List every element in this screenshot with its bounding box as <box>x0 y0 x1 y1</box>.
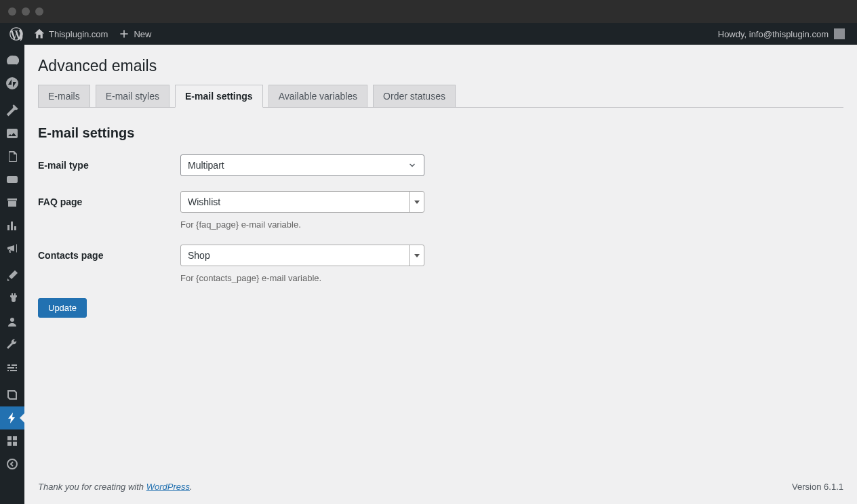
sidebar-media[interactable] <box>0 122 24 145</box>
user-icon <box>5 315 19 329</box>
content-area: Advanced emails E-mails E-mail styles E-… <box>24 45 857 504</box>
tab-email-styles[interactable]: E-mail styles <box>96 85 170 108</box>
sidebar-posts[interactable] <box>0 99 24 122</box>
sidebar-blocks[interactable] <box>0 429 24 453</box>
label-email-type: E-mail type <box>38 154 180 171</box>
sidebar-plugins[interactable] <box>0 287 24 310</box>
sidebar-pages[interactable] <box>0 145 24 168</box>
media-icon <box>5 127 19 140</box>
wordpress-icon <box>9 27 23 41</box>
sidebar-appearance[interactable] <box>0 264 24 287</box>
sidebar-analytics[interactable] <box>0 214 24 237</box>
tabs: E-mails E-mail styles E-mail settings Av… <box>38 85 843 108</box>
account-menu[interactable]: Howdy, info@thisplugin.com <box>709 23 850 45</box>
site-name: Thisplugin.com <box>49 29 108 39</box>
sidebar-dashboard[interactable] <box>0 49 24 72</box>
footer: Thank you for creating with WordPress. V… <box>38 467 843 504</box>
wrench-icon <box>5 338 19 352</box>
bolt-icon <box>5 411 19 425</box>
sliders-icon <box>5 361 19 375</box>
caret-down-icon <box>414 254 420 257</box>
grid-icon <box>5 434 19 448</box>
howdy-text: Howdy, info@thisplugin.com <box>718 29 829 39</box>
sidebar-tools[interactable] <box>0 333 24 356</box>
pages-icon <box>5 150 19 163</box>
window-close-dot[interactable] <box>8 7 16 16</box>
update-button[interactable]: Update <box>38 298 87 318</box>
sidebar-settings[interactable] <box>0 356 24 379</box>
sidebar-users[interactable] <box>0 310 24 333</box>
plug-icon <box>5 292 19 306</box>
tab-order-statuses[interactable]: Order statuses <box>373 85 456 108</box>
label-contacts-page: Contacts page <box>38 245 180 261</box>
megaphone-icon <box>5 242 19 255</box>
archive-icon <box>5 196 19 209</box>
bars-icon <box>5 219 19 232</box>
home-icon <box>34 28 45 39</box>
label-faq-page: FAQ page <box>38 191 180 207</box>
helper-contacts-page: For {contacts_page} e-mail variable. <box>180 273 424 283</box>
footer-version: Version 6.1.1 <box>792 482 843 492</box>
window-chrome <box>0 0 857 23</box>
new-content[interactable]: New <box>113 23 157 45</box>
avatar <box>834 28 845 39</box>
sidebar-marketing[interactable] <box>0 237 24 260</box>
page-title: Advanced emails <box>38 57 843 75</box>
dashboard-icon <box>5 54 19 67</box>
svg-point-1 <box>7 459 17 469</box>
brush-icon <box>5 269 19 282</box>
window-min-dot[interactable] <box>22 7 30 16</box>
plus-icon <box>119 28 129 39</box>
pin-icon <box>5 104 19 117</box>
tab-email-settings[interactable]: E-mail settings <box>175 85 263 108</box>
sidebar-collapse[interactable] <box>0 453 24 476</box>
sidebar-products[interactable] <box>0 191 24 214</box>
select-faq-page[interactable]: Wishlist <box>180 191 424 213</box>
select-faq-page-value: Wishlist <box>188 196 220 207</box>
wp-logo[interactable] <box>4 23 28 45</box>
sidebar-jetpack[interactable] <box>0 72 24 95</box>
select-email-type[interactable]: Multipart <box>180 154 424 176</box>
footer-thanks: Thank you for creating with <box>38 482 146 492</box>
wordpress-link[interactable]: WordPress <box>146 482 190 492</box>
sidebar-thisplugin[interactable] <box>0 406 24 429</box>
collapse-icon <box>5 457 19 471</box>
tab-emails[interactable]: E-mails <box>38 85 90 108</box>
woo-icon <box>5 173 19 186</box>
svg-rect-0 <box>7 176 18 183</box>
dropdown-button[interactable] <box>409 245 424 266</box>
section-title: E-mail settings <box>38 125 843 141</box>
sidebar-wpdocs[interactable] <box>0 383 24 406</box>
stack-icon <box>5 388 19 402</box>
select-contacts-page-value: Shop <box>188 250 210 261</box>
chevron-down-icon <box>407 161 417 170</box>
window-max-dot[interactable] <box>35 7 43 16</box>
admin-sidebar <box>0 45 24 504</box>
admin-bar: Thisplugin.com New Howdy, info@thisplugi… <box>0 23 857 45</box>
select-email-type-value: Multipart <box>188 160 224 171</box>
new-label: New <box>134 29 151 39</box>
tab-available-variables[interactable]: Available variables <box>268 85 367 108</box>
site-link[interactable]: Thisplugin.com <box>28 23 113 45</box>
select-contacts-page[interactable]: Shop <box>180 245 424 266</box>
dropdown-button[interactable] <box>409 192 424 212</box>
helper-faq-page: For {faq_page} e-mail variable. <box>180 219 424 230</box>
circle-slash-icon <box>5 77 19 90</box>
caret-down-icon <box>414 201 420 204</box>
sidebar-woocommerce[interactable] <box>0 168 24 191</box>
